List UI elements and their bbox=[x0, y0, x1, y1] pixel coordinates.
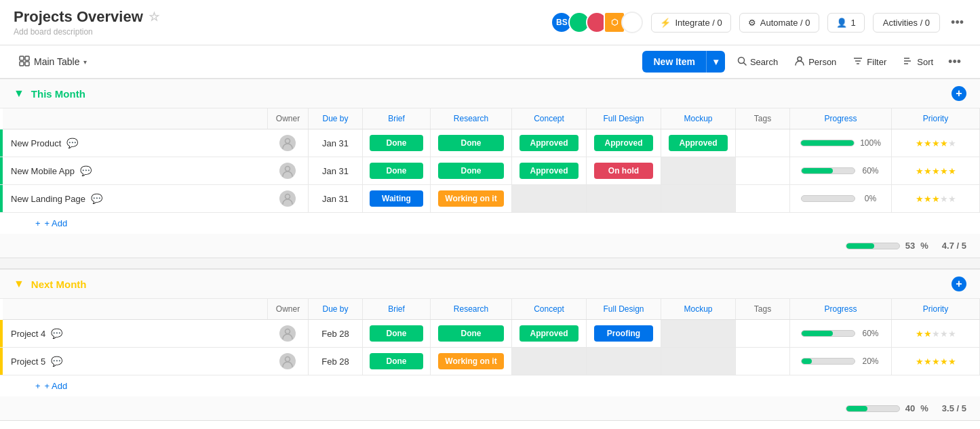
cell-brief: Done bbox=[363, 348, 431, 375]
progress-cell: 100% bbox=[790, 129, 892, 157]
star-1: ★ bbox=[916, 138, 924, 148]
this-month-rating: 4.7 / 5 bbox=[942, 241, 966, 251]
this-month-progress-summary: 53% bbox=[846, 241, 928, 251]
tags-cell bbox=[736, 157, 790, 185]
filter-button[interactable]: Filter bbox=[846, 52, 893, 73]
integrate-icon: ⚡ bbox=[660, 18, 671, 28]
col-research-nm: Research bbox=[431, 299, 512, 320]
progress-cell: 60% bbox=[790, 320, 892, 348]
row-name: Project 4 bbox=[11, 329, 45, 339]
add-label-nm: + Add bbox=[45, 381, 68, 391]
status-concept: Approved bbox=[520, 163, 579, 179]
next-month-progress-summary: 40% bbox=[846, 403, 928, 413]
cell-research: Done bbox=[431, 157, 512, 185]
top-header: Projects Overview ☆ Add board descriptio… bbox=[0, 0, 980, 45]
next-month-arrow[interactable]: ▼ bbox=[14, 278, 24, 290]
this-month-arrow[interactable]: ▼ bbox=[14, 87, 24, 100]
board-description[interactable]: Add board description bbox=[14, 27, 159, 37]
status-full_design: Proofing bbox=[594, 325, 653, 342]
comment-icon[interactable]: 💬 bbox=[51, 328, 62, 339]
star-3: ★ bbox=[932, 329, 940, 339]
col-priority-nm: Priority bbox=[892, 299, 980, 320]
priority-cell: ★★★★★ bbox=[892, 348, 980, 375]
star-3: ★ bbox=[932, 138, 940, 148]
next-month-add-row[interactable]: + + Add bbox=[0, 375, 980, 396]
col-progress-nm: Progress bbox=[790, 299, 892, 320]
due-cell: Feb 28 bbox=[309, 320, 363, 348]
integrate-label: Integrate / 0 bbox=[675, 18, 722, 28]
status-research: Done bbox=[438, 163, 503, 179]
owner-avatar bbox=[279, 353, 296, 369]
new-item-label[interactable]: New Item bbox=[642, 51, 705, 73]
this-month-add-group-button[interactable]: + bbox=[952, 86, 966, 101]
board-title-text: Projects Overview bbox=[14, 8, 143, 26]
priority-cell: ★★★★★ bbox=[892, 157, 980, 185]
owner-avatar bbox=[279, 325, 296, 342]
cell-mockup bbox=[661, 157, 736, 185]
search-icon bbox=[737, 56, 747, 68]
header-more-button[interactable]: ••• bbox=[948, 13, 966, 33]
members-button[interactable]: 👤 1 bbox=[827, 13, 865, 33]
svg-point-15 bbox=[286, 195, 290, 199]
activities-button[interactable]: Activities / 0 bbox=[873, 13, 940, 33]
tags-cell bbox=[736, 320, 790, 348]
comment-icon[interactable]: 💬 bbox=[80, 165, 92, 176]
toolbar-more-button[interactable]: ••• bbox=[943, 52, 966, 72]
tags-cell bbox=[736, 348, 790, 375]
star-1: ★ bbox=[916, 329, 924, 339]
this-month-label: This Month bbox=[31, 88, 85, 100]
new-item-button[interactable]: New Item ▾ bbox=[642, 51, 724, 73]
star-4: ★ bbox=[940, 166, 948, 176]
automate-button[interactable]: ⚙ Automate / 0 bbox=[739, 13, 819, 33]
members-icon: 👤 bbox=[836, 18, 847, 28]
star-icon[interactable]: ☆ bbox=[149, 9, 159, 24]
comment-icon[interactable]: 💬 bbox=[66, 138, 78, 148]
this-month-add-row[interactable]: + + Add bbox=[0, 213, 980, 234]
comment-icon[interactable]: 💬 bbox=[51, 356, 62, 367]
row-name-cell: New Product 💬 bbox=[3, 129, 268, 157]
star-5: ★ bbox=[948, 138, 956, 148]
comment-icon[interactable]: 💬 bbox=[91, 193, 102, 204]
table-grid-icon bbox=[19, 56, 30, 68]
owner-cell bbox=[268, 320, 309, 348]
next-month-rating: 3.5 / 5 bbox=[942, 403, 966, 413]
next-month-progress-pct: 40 bbox=[905, 403, 915, 413]
search-label: Search bbox=[750, 57, 778, 67]
col-priority: Priority bbox=[892, 108, 980, 129]
row-name-cell: Project 4 💬 bbox=[3, 320, 268, 348]
person-filter-button[interactable]: Person bbox=[787, 52, 843, 73]
toolbar-actions: Search Person Filter bbox=[730, 52, 966, 73]
progress-bar-bg bbox=[801, 330, 855, 337]
col-concept: Concept bbox=[512, 108, 587, 129]
col-item-nm bbox=[3, 299, 268, 320]
owner-cell bbox=[268, 157, 309, 185]
progress-pct: 60% bbox=[861, 329, 881, 338]
priority-cell: ★★★★★ bbox=[892, 129, 980, 157]
toolbar: Main Table ▾ New Item ▾ Search Person bbox=[0, 45, 980, 79]
main-table-button[interactable]: Main Table ▾ bbox=[14, 52, 92, 73]
this-month-group-header: ▼ This Month + bbox=[0, 79, 980, 108]
col-full-design: Full Design bbox=[587, 108, 661, 129]
cell-full_design: Approved bbox=[587, 129, 661, 157]
col-owner-nm: Owner bbox=[268, 299, 309, 320]
col-research: Research bbox=[431, 108, 512, 129]
star-2: ★ bbox=[924, 194, 932, 204]
row-name: New Product bbox=[11, 138, 61, 148]
chevron-down-icon[interactable]: ▾ bbox=[83, 58, 87, 66]
sort-button[interactable]: Sort bbox=[896, 52, 940, 73]
integrate-button[interactable]: ⚡ Integrate / 0 bbox=[651, 13, 730, 33]
due-cell: Feb 28 bbox=[309, 348, 363, 375]
due-cell: Jan 31 bbox=[309, 129, 363, 157]
filter-icon bbox=[852, 56, 863, 68]
next-month-add-group-button[interactable]: + bbox=[952, 277, 966, 291]
owner-cell bbox=[268, 185, 309, 213]
this-month-column-headers: Owner Due by Brief Research Concept Full… bbox=[0, 108, 980, 129]
next-month-pct-symbol: % bbox=[920, 403, 928, 413]
star-4: ★ bbox=[940, 356, 948, 367]
status-concept: Approved bbox=[520, 135, 579, 151]
progress-bar-bg bbox=[800, 140, 855, 146]
svg-point-16 bbox=[286, 329, 290, 334]
activities-label: Activities / 0 bbox=[883, 18, 930, 28]
search-button[interactable]: Search bbox=[730, 52, 785, 72]
new-item-dropdown-icon[interactable]: ▾ bbox=[706, 51, 725, 73]
